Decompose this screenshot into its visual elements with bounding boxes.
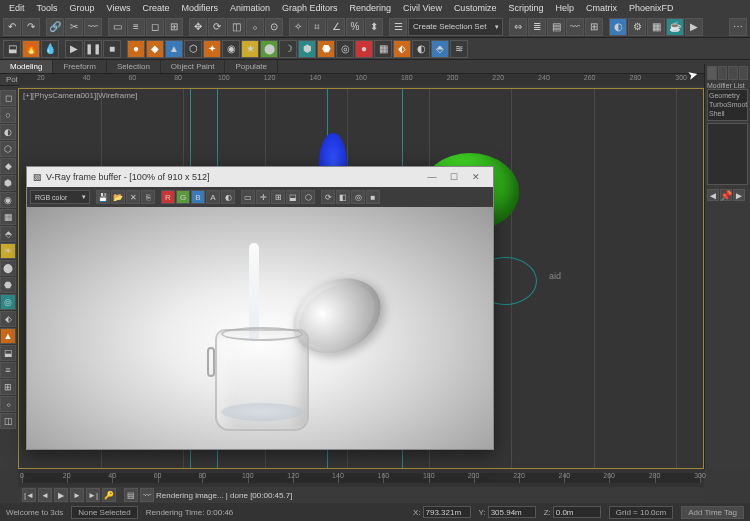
z-input[interactable] [553,506,601,518]
x-input[interactable] [423,506,471,518]
toolbtn-13[interactable]: ● [355,40,373,58]
unlink-button[interactable]: ✂ [65,18,83,36]
menu-phoenixfd[interactable]: PhoenixFD [624,3,679,13]
rail-btn-12[interactable]: ⬣ [0,277,16,293]
rail-btn-2[interactable]: ○ [0,107,16,123]
vfb-alpha-button[interactable]: A [206,190,220,204]
menu-group[interactable]: Group [65,3,100,13]
scale-button[interactable]: ◫ [227,18,245,36]
rail-btn-1[interactable]: ◻ [0,90,16,106]
stack-pin-button[interactable]: 📌 [720,189,732,201]
rail-btn-9[interactable]: ⬘ [0,226,16,242]
menu-customize[interactable]: Customize [449,3,502,13]
goto-start-button[interactable]: |◄ [22,488,36,502]
vfb-red-button[interactable]: R [161,190,175,204]
undo-button[interactable]: ↶ [3,18,21,36]
menu-modifiers[interactable]: Modifiers [176,3,223,13]
goto-end-button[interactable]: ►| [86,488,100,502]
rail-btn-14[interactable]: ⬖ [0,311,16,327]
angle-snap-button[interactable]: ∠ [327,18,345,36]
tab-modeling[interactable]: Modeling [0,60,53,73]
vfb-trackmouse-button[interactable]: ✛ [256,190,270,204]
vfb-btn-b[interactable]: ⬓ [286,190,300,204]
select-name-button[interactable]: ≡ [127,18,145,36]
select-rect-button[interactable]: ◻ [146,18,164,36]
menu-animation[interactable]: Animation [225,3,275,13]
bind-spacewarp-button[interactable]: 〰 [84,18,102,36]
spinner-snap-button[interactable]: ⬍ [365,18,383,36]
cmd-tab-modify[interactable] [718,66,728,80]
toolbtn-10[interactable]: ⬢ [298,40,316,58]
toolbtn-11[interactable]: ⬣ [317,40,335,58]
stack-next-button[interactable]: ► [733,189,745,201]
add-time-tag-button[interactable]: Add Time Tag [681,506,744,519]
curve-editor-button[interactable]: 〰 [566,18,584,36]
menu-views[interactable]: Views [102,3,136,13]
mirror-button[interactable]: ⇔ [509,18,527,36]
render-button[interactable]: ☕ [666,18,684,36]
vfb-stop-button[interactable]: ■ [366,190,380,204]
rail-btn-15[interactable]: ▲ [0,328,16,344]
cmd-tab-create[interactable] [707,66,717,80]
vfb-green-button[interactable]: G [176,190,190,204]
render-window-titlebar[interactable]: ▧ V-Ray frame buffer - [100% of 910 x 51… [27,167,493,187]
redo-button[interactable]: ↷ [22,18,40,36]
stack-item[interactable]: Shell [709,109,746,118]
modifier-stack[interactable]: Geometry TurboSmooth Shell [707,89,748,121]
rail-btn-20[interactable]: ◫ [0,413,16,429]
minimize-button[interactable]: — [421,170,443,184]
menu-rendering[interactable]: Rendering [345,3,397,13]
toolbtn-17[interactable]: ⬘ [431,40,449,58]
toolbtn-5[interactable]: ✦ [203,40,221,58]
viewport-label[interactable]: [+][PhysCamera001][Wireframe] [23,91,137,100]
vfb-mono-button[interactable]: ◐ [221,190,235,204]
vfb-save-button[interactable]: 💾 [96,190,110,204]
tab-selection[interactable]: Selection [107,60,161,73]
vfb-lens-button[interactable]: ◎ [351,190,365,204]
menu-edit[interactable]: Edit [4,3,30,13]
render-setup-button[interactable]: ⚙ [628,18,646,36]
sim-play-button[interactable]: ▶ [65,40,83,58]
prev-frame-button[interactable]: ◄ [38,488,52,502]
vfb-btn-a[interactable]: ⊞ [271,190,285,204]
modifier-rollout[interactable] [707,123,748,185]
menu-help[interactable]: Help [550,3,579,13]
cmd-tab-motion[interactable] [739,66,749,80]
manipulate-button[interactable]: ✧ [289,18,307,36]
rail-btn-6[interactable]: ⬢ [0,175,16,191]
sim-pause-button[interactable]: ❚❚ [84,40,102,58]
cmd-tab-hierarchy[interactable] [728,66,738,80]
tab-populate[interactable]: Populate [225,60,278,73]
move-button[interactable]: ✥ [189,18,207,36]
time-slider[interactable]: 0 20 40 60 80 100 120 140 160 180 200 22… [18,469,704,487]
key-mode-button[interactable]: 🔑 [102,488,116,502]
vfb-clear-button[interactable]: ✕ [126,190,140,204]
phoenix-liquid-button[interactable]: 💧 [41,40,59,58]
link-button[interactable]: 🔗 [46,18,64,36]
toolbtn-16[interactable]: ◐ [412,40,430,58]
material-editor-button[interactable]: ◐ [609,18,627,36]
play-button[interactable]: ▶ [54,488,68,502]
y-input[interactable] [488,506,536,518]
rotate-button[interactable]: ⟳ [208,18,226,36]
rail-btn-11[interactable]: ⬤ [0,260,16,276]
render-frame-buffer-window[interactable]: ▧ V-Ray frame buffer - [100% of 910 x 51… [26,166,494,450]
rail-btn-17[interactable]: ≡ [0,362,16,378]
rail-btn-18[interactable]: ⊞ [0,379,16,395]
stack-item[interactable]: TurboSmooth [709,100,746,109]
render-frame-button[interactable]: ▦ [647,18,665,36]
toolbtn-8[interactable]: ⬤ [260,40,278,58]
toolbtn-15[interactable]: ⬖ [393,40,411,58]
tab-freeform[interactable]: Freeform [53,60,106,73]
render-channel-dropdown[interactable]: RGB color [30,190,90,204]
rail-btn-16[interactable]: ⬓ [0,345,16,361]
toolbtn-6[interactable]: ◉ [222,40,240,58]
percent-snap-button[interactable]: % [346,18,364,36]
vfb-region-button[interactable]: ▭ [241,190,255,204]
pivot-button[interactable]: ⊙ [265,18,283,36]
vfb-history-button[interactable]: ⟳ [321,190,335,204]
close-button[interactable]: ✕ [465,170,487,184]
menu-tools[interactable]: Tools [32,3,63,13]
toolbtn-14[interactable]: ▦ [374,40,392,58]
menu-cmatrix[interactable]: Cmatrix [581,3,622,13]
